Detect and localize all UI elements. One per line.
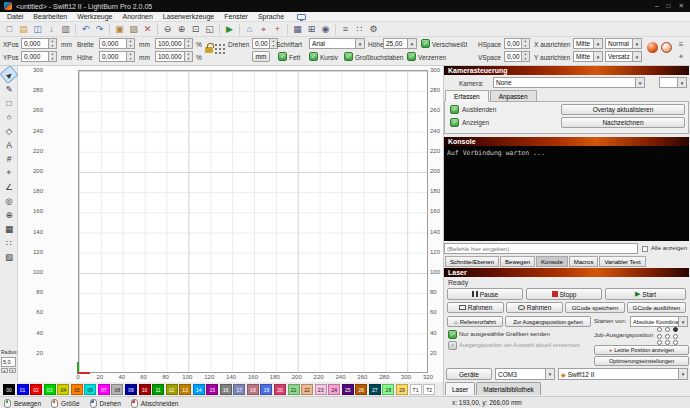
dock-tab-macros[interactable]: Macros bbox=[569, 256, 599, 267]
palette-color-24[interactable]: 24 bbox=[328, 384, 340, 395]
camera-select[interactable]: None bbox=[493, 77, 645, 88]
offset-tool-icon[interactable]: ◎ bbox=[2, 194, 16, 207]
palette-color-14[interactable]: 14 bbox=[193, 384, 205, 395]
node-edit-tool-icon[interactable]: # bbox=[2, 152, 16, 165]
frame-round-button[interactable]: Rahmen bbox=[506, 302, 563, 313]
trace-button[interactable]: Nachzeichnen bbox=[561, 117, 685, 128]
palette-color-08[interactable]: 08 bbox=[111, 384, 123, 395]
delete-icon[interactable]: ✕ bbox=[141, 23, 154, 36]
palette-color-19[interactable]: 19 bbox=[260, 384, 272, 395]
palette-color-02[interactable]: 02 bbox=[30, 384, 42, 395]
print-icon[interactable]: ▥ bbox=[59, 23, 72, 36]
bottom-tab-laser[interactable]: Laser bbox=[445, 382, 475, 395]
cut-selected-toggle[interactable] bbox=[448, 330, 457, 339]
home-icon[interactable]: ⌂ bbox=[243, 23, 256, 36]
zoom-to-page-icon[interactable]: ◱ bbox=[203, 23, 216, 36]
palette-color-13[interactable]: 13 bbox=[179, 384, 191, 395]
ypos-input[interactable]: 0,000 bbox=[21, 51, 57, 62]
menu-anordnen[interactable]: Anordnen bbox=[117, 13, 157, 20]
palette-color-22[interactable]: 22 bbox=[301, 384, 313, 395]
snap-to-objects-icon[interactable]: ◉ bbox=[319, 23, 332, 36]
save-file-icon[interactable]: ◫ bbox=[31, 23, 44, 36]
text-tool-icon[interactable]: A bbox=[2, 138, 16, 151]
palette-color-04[interactable]: 04 bbox=[57, 384, 69, 395]
menu-laserwerkzeuge[interactable]: Laserwerkzeuge bbox=[158, 13, 219, 20]
italic-toggle[interactable] bbox=[309, 52, 318, 61]
camera-extra-control[interactable] bbox=[659, 77, 687, 88]
palette-color-28[interactable]: 28 bbox=[382, 384, 394, 395]
camera-tab-anpassen[interactable]: Anpassen bbox=[490, 90, 537, 102]
distort-toggle[interactable] bbox=[407, 52, 416, 61]
palette-color-25[interactable]: 25 bbox=[342, 384, 354, 395]
fade-toggle[interactable] bbox=[450, 105, 459, 114]
zoom-out-icon[interactable]: ⊖ bbox=[161, 23, 174, 36]
panel-layout-icon[interactable]: ≡ bbox=[675, 38, 687, 50]
job-origin-radio[interactable] bbox=[657, 334, 662, 339]
laser-header[interactable]: Laser bbox=[444, 268, 689, 277]
stop-button[interactable]: Stopp bbox=[526, 288, 602, 300]
import-icon[interactable]: ↓ bbox=[45, 23, 58, 36]
new-file-icon[interactable]: □ bbox=[3, 23, 16, 36]
minimize-icon[interactable]: – bbox=[655, 2, 659, 10]
palette-color-12[interactable]: 12 bbox=[166, 384, 178, 395]
show-toggle[interactable] bbox=[450, 118, 459, 127]
save-gcode-button[interactable]: GCode speichern bbox=[565, 302, 625, 313]
xalign-select[interactable]: Mitte bbox=[573, 38, 603, 49]
palette-color-15[interactable]: 15 bbox=[206, 384, 218, 395]
dock-tab-variabler-text[interactable]: Variabler Text bbox=[599, 256, 645, 267]
port-select[interactable]: COM3 bbox=[495, 368, 555, 380]
palette-color-29[interactable]: 29 bbox=[396, 384, 408, 395]
lock-aspect-icon[interactable] bbox=[205, 47, 213, 53]
crosshair-icon[interactable]: ⌖ bbox=[675, 51, 687, 63]
menu-sprache[interactable]: Sprache bbox=[253, 13, 289, 20]
weld-toggle[interactable] bbox=[421, 39, 430, 48]
polygon-tool-icon[interactable]: ◇ bbox=[2, 124, 16, 137]
job-origin-radio[interactable] bbox=[665, 334, 670, 339]
device-select[interactable]: ◆ Swift12 II bbox=[558, 368, 688, 380]
palette-color-27[interactable]: 27 bbox=[369, 384, 381, 395]
font-size-select[interactable]: 25,00 bbox=[383, 38, 417, 49]
workspace[interactable]: 3003002802802602602402402202202002001801… bbox=[18, 66, 443, 382]
palette-color-06[interactable]: 06 bbox=[84, 384, 96, 395]
align-icon[interactable]: ≡ bbox=[339, 23, 352, 36]
ymode-select[interactable]: Versatz bbox=[605, 51, 642, 62]
units-button[interactable]: mm bbox=[252, 51, 270, 62]
palette-color-23[interactable]: 23 bbox=[315, 384, 327, 395]
circular-array-tool-icon[interactable]: ∷ bbox=[2, 236, 16, 249]
redo-icon[interactable]: ↷ bbox=[93, 23, 106, 36]
rotate-input[interactable]: 0,00 bbox=[252, 38, 278, 49]
distribute-icon[interactable]: ∷ bbox=[353, 23, 366, 36]
palette-color-21[interactable]: 21 bbox=[288, 384, 300, 395]
palette-color-T1[interactable]: T1 bbox=[410, 384, 422, 395]
start-from-select[interactable]: Absolute Koordinaten bbox=[630, 316, 688, 327]
camera-control-header[interactable]: Kamerasteuerung bbox=[444, 66, 689, 75]
console-output[interactable]: Auf Verbindung warten ... bbox=[444, 146, 689, 241]
devices-button[interactable]: Geräte bbox=[446, 368, 492, 380]
hspace-input[interactable]: 0,00 bbox=[504, 38, 530, 49]
grid-array-tool-icon[interactable]: ▦ bbox=[2, 222, 16, 235]
job-origin-radio[interactable] bbox=[657, 327, 662, 332]
palette-color-07[interactable]: 07 bbox=[98, 384, 110, 395]
font-select[interactable]: Arial bbox=[309, 38, 365, 49]
palette-color-20[interactable]: 20 bbox=[274, 384, 286, 395]
snap-to-grid-icon[interactable]: ⊞ bbox=[305, 23, 318, 36]
measure-tool-icon[interactable]: ∠ bbox=[2, 180, 16, 193]
close-icon[interactable]: ✕ bbox=[679, 2, 684, 10]
width-percent-input[interactable]: 100,000 bbox=[155, 38, 193, 49]
dock-tab-konsole[interactable]: Konsole bbox=[536, 256, 568, 267]
start-button[interactable]: ▶Start bbox=[605, 288, 686, 300]
height-input[interactable]: 0,000 bbox=[99, 51, 135, 62]
show-grid-icon[interactable]: ▦ bbox=[291, 23, 304, 36]
camera-tab-erfassen[interactable]: Erfassen bbox=[445, 90, 489, 102]
open-file-icon[interactable]: ▤ bbox=[17, 23, 30, 36]
undo-icon[interactable]: ↶ bbox=[79, 23, 92, 36]
rectangle-tool-icon[interactable]: □ bbox=[2, 96, 16, 109]
job-origin-radio[interactable] bbox=[673, 327, 678, 332]
move-laser-icon[interactable]: + bbox=[271, 23, 284, 36]
boolean-union-tool-icon[interactable]: ⊕ bbox=[2, 208, 16, 221]
job-origin-radio[interactable] bbox=[673, 334, 678, 339]
maximize-icon[interactable]: □ bbox=[667, 2, 671, 10]
frame-selection-icon[interactable]: ⊡ bbox=[189, 23, 202, 36]
menu-fenster[interactable]: Fenster bbox=[219, 13, 253, 20]
dock-tab-bewegen[interactable]: Bewegen bbox=[500, 256, 535, 267]
